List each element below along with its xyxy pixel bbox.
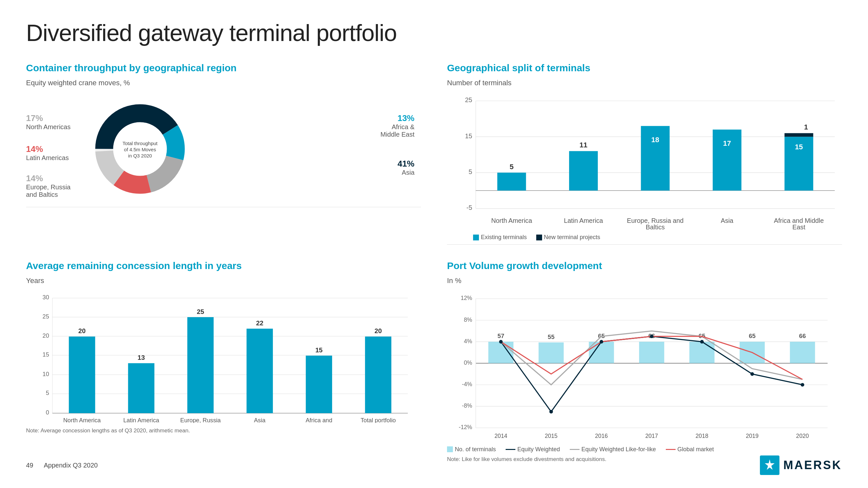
geo-bar-na-existing — [497, 173, 526, 191]
label-africa: 13% Africa & Middle East — [381, 113, 415, 138]
svg-text:20: 20 — [374, 327, 381, 334]
svg-text:East: East — [793, 224, 805, 230]
footer-left: 49 Appendix Q3 2020 — [26, 462, 98, 469]
footer: 49 Appendix Q3 2020 MAERSK — [26, 455, 842, 475]
svg-text:17: 17 — [723, 139, 731, 148]
legend-terminals-box — [447, 446, 453, 452]
geo-bar-la-existing — [569, 151, 598, 190]
concession-svg: 30 25 20 15 10 5 0 20 North America 13 L… — [26, 292, 421, 423]
svg-text:Africa and Middle: Africa and Middle — [774, 217, 824, 224]
svg-text:Baltics: Baltics — [646, 224, 664, 230]
legend-global: Global market — [666, 446, 714, 453]
svg-text:-4%: -4% — [462, 381, 472, 388]
geo-title: Geographical split of terminals — [447, 62, 842, 73]
port-title: Port Volume growth development — [447, 260, 842, 271]
svg-text:Middle East: Middle East — [304, 423, 334, 423]
geo-bar-as-existing — [713, 129, 741, 190]
concession-note: Note: Average concession lengths as of Q… — [26, 427, 421, 434]
svg-text:2016: 2016 — [595, 432, 608, 439]
donut-svg: Total throughput of 4.5m Moves in Q3 202… — [91, 100, 189, 198]
svg-text:20: 20 — [79, 327, 86, 334]
svg-text:Asia: Asia — [254, 417, 266, 423]
concession-title: Average remaining concession length in y… — [26, 260, 421, 271]
svg-text:15: 15 — [315, 347, 322, 354]
donut-section: Container throughput by geographical reg… — [26, 62, 421, 247]
svg-text:10: 10 — [43, 370, 49, 377]
legend-new: New terminal projects — [536, 234, 600, 241]
svg-point-105 — [700, 340, 704, 343]
svg-rect-48 — [128, 363, 154, 413]
svg-text:North America: North America — [63, 417, 101, 423]
legend-global-line — [666, 449, 676, 450]
svg-text:57: 57 — [497, 332, 504, 339]
svg-text:22: 22 — [256, 320, 263, 327]
svg-rect-92 — [689, 341, 714, 363]
geo-split-section: Geographical split of terminals Number o… — [447, 62, 842, 247]
geo-divider — [447, 244, 842, 245]
svg-text:-5: -5 — [467, 204, 472, 211]
svg-text:55: 55 — [548, 333, 555, 340]
legend-new-box — [536, 234, 542, 240]
svg-rect-45 — [69, 336, 95, 413]
svg-text:30: 30 — [43, 294, 49, 301]
donut-title: Container throughput by geographical reg… — [26, 62, 421, 73]
label-latin-americas: 14% Latin Americas — [26, 144, 69, 162]
svg-text:66: 66 — [799, 332, 806, 339]
svg-text:2017: 2017 — [645, 432, 658, 439]
maersk-star-icon — [760, 455, 779, 475]
donut-divider — [26, 207, 421, 207]
svg-text:25: 25 — [465, 96, 472, 103]
svg-text:Asia: Asia — [721, 217, 734, 224]
svg-rect-51 — [187, 317, 214, 413]
svg-text:0: 0 — [46, 409, 49, 416]
svg-text:15: 15 — [795, 143, 803, 151]
donut-subtitle: Equity weighted crane moves, % — [26, 79, 421, 87]
page: Diversified gateway terminal portfolio C… — [0, 0, 868, 488]
svg-text:4%: 4% — [464, 338, 472, 344]
svg-point-104 — [650, 334, 653, 338]
svg-marker-108 — [765, 459, 775, 470]
port-subtitle: In % — [447, 276, 842, 285]
svg-point-107 — [801, 383, 804, 387]
svg-text:Total portfolio: Total portfolio — [361, 417, 396, 423]
page-title: Diversified gateway terminal portfolio — [26, 20, 842, 46]
svg-text:20: 20 — [43, 332, 49, 339]
port-legend: No. of terminals Equity Weighted Equity … — [447, 446, 842, 453]
svg-text:-8%: -8% — [462, 402, 472, 409]
maersk-name: MAERSK — [783, 458, 842, 472]
geo-bar-af-new — [785, 133, 813, 137]
svg-text:11: 11 — [580, 141, 588, 149]
svg-rect-58 — [306, 356, 332, 413]
appendix-label: Appendix Q3 2020 — [44, 462, 98, 469]
svg-text:18: 18 — [651, 136, 659, 144]
svg-text:25: 25 — [43, 313, 49, 320]
svg-text:2020: 2020 — [796, 432, 809, 439]
legend-equity-line — [506, 449, 516, 450]
svg-rect-89 — [639, 341, 664, 363]
port-volume-svg: 12% 8% 4% 0% -4% -8% -12% 57 2014 — [447, 292, 842, 442]
legend-lfl: Equity Weighted Like-for-like — [570, 446, 656, 453]
svg-rect-80 — [488, 341, 514, 363]
svg-text:Africa and: Africa and — [306, 417, 333, 423]
geo-subtitle: Number of terminals — [447, 79, 842, 87]
concession-subtitle: Years — [26, 276, 421, 285]
svg-text:13: 13 — [138, 354, 145, 361]
label-asia: 41% Asia — [398, 159, 414, 176]
svg-text:Latin America: Latin America — [564, 217, 603, 224]
svg-point-101 — [499, 340, 503, 343]
svg-text:2015: 2015 — [545, 432, 557, 439]
donut-center-line3: in Q3 2020 — [128, 153, 152, 158]
svg-text:15: 15 — [465, 132, 472, 139]
label-europe: 14% Europe, Russia and Baltics — [26, 173, 71, 198]
svg-text:Europe, Russia and: Europe, Russia and — [627, 217, 684, 224]
svg-point-103 — [600, 340, 603, 343]
label-north-americas: 17% North Americas — [26, 113, 71, 131]
svg-text:2018: 2018 — [695, 432, 708, 439]
svg-text:5: 5 — [468, 168, 472, 175]
legend-terminals: No. of terminals — [447, 446, 496, 453]
concession-section: Average remaining concession length in y… — [26, 260, 421, 463]
svg-text:2014: 2014 — [495, 432, 507, 439]
legend-existing: Existing terminals — [473, 234, 527, 241]
svg-text:Latin America: Latin America — [123, 417, 159, 423]
svg-text:15: 15 — [43, 351, 49, 358]
